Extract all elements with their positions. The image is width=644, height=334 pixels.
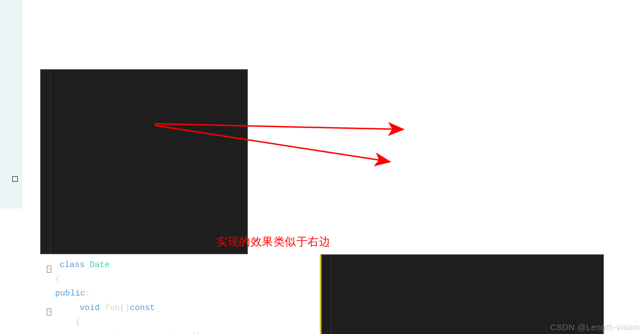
left-column-bg [0,0,22,209]
fold-icon[interactable]: − [47,308,51,316]
caret-marker [12,176,18,182]
code-area: −class Date { public: − void fun()const … [51,258,257,334]
fold-icon[interactable]: − [47,265,51,273]
watermark: CSDN @Length-vision [550,322,640,332]
code-line: { [51,273,257,287]
code-line: − void fun()const [51,301,257,316]
gutter [41,70,51,254]
code-line: public: [51,287,257,301]
gutter [321,255,331,334]
code-line: −class Date [51,258,257,273]
annotation-text: 实现的效果类似于右边 [216,234,330,249]
code-editor-left[interactable]: −class Date { public: − void fun()const … [40,69,248,254]
code-line: { [51,315,257,330]
code-line: cout << _year << endl; [51,330,257,335]
